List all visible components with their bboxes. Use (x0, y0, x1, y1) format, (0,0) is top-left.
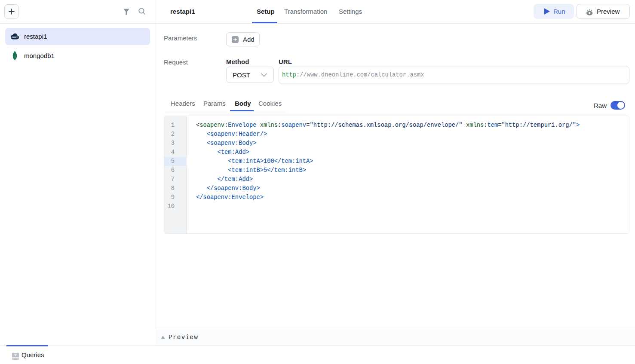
svg-text:{REST}: {REST} (12, 36, 18, 38)
